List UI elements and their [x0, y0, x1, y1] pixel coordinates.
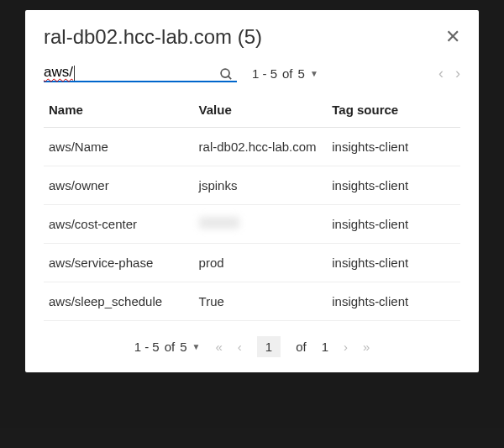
cell-value: prod [194, 244, 328, 282]
close-icon[interactable]: ✕ [445, 28, 460, 46]
col-header-source: Tag source [327, 92, 460, 128]
prev-page-icon[interactable]: ‹ [438, 65, 444, 82]
pagination-bottom: 1 - 5 of 5 ▼ « ‹ 1 of 1 › » [44, 321, 460, 369]
cell-source: insights-client [327, 282, 460, 321]
item-range-bottom[interactable]: 1 - 5 of 5 ▼ [134, 340, 201, 354]
caret-down-icon[interactable]: ▼ [310, 69, 318, 78]
pager-top: ‹ › [438, 65, 460, 82]
cell-name: aws/Name [44, 128, 194, 166]
redacted-value [199, 217, 239, 229]
cell-name: aws/cost-center [44, 205, 194, 244]
search-icon[interactable] [219, 67, 234, 86]
svg-line-1 [228, 76, 232, 80]
cell-source: insights-client [327, 166, 460, 205]
item-range-top[interactable]: 1 - 5 of 5 ▼ [252, 66, 318, 81]
search-field[interactable]: aws/ [44, 64, 237, 82]
cell-source: insights-client [327, 244, 460, 282]
cell-value [194, 205, 328, 244]
modal-title: ral-db02.hcc-lab.com (5) [44, 25, 262, 49]
table-row: aws/service-phaseprodinsights-client [44, 244, 460, 282]
cell-source: insights-client [327, 205, 460, 244]
search-input-text: aws/ [44, 64, 73, 80]
caret-down-icon[interactable]: ▼ [192, 342, 201, 351]
range-text: 1 - 5 [252, 66, 277, 81]
table-row: aws/cost-centerinsights-client [44, 205, 460, 244]
svg-point-0 [221, 69, 229, 77]
page-number[interactable]: 1 [257, 336, 281, 357]
modal-header: ral-db02.hcc-lab.com (5) ✕ [44, 25, 460, 49]
cell-name: aws/sleep_schedule [44, 282, 194, 321]
tags-table: Name Value Tag source aws/Nameral-db02.h… [44, 92, 460, 321]
toolbar: aws/ 1 - 5 of 5 ▼ ‹ › [44, 64, 460, 82]
col-header-value: Value [194, 92, 328, 128]
col-header-name: Name [44, 92, 194, 128]
prev-page-icon[interactable]: ‹ [238, 340, 242, 354]
cell-value: jspinks [194, 166, 328, 205]
table-row: aws/sleep_scheduleTrueinsights-client [44, 282, 460, 321]
table-header-row: Name Value Tag source [44, 92, 460, 128]
next-page-icon[interactable]: › [344, 340, 348, 354]
first-page-icon[interactable]: « [215, 340, 222, 354]
cell-name: aws/owner [44, 166, 194, 205]
cell-value: True [194, 282, 328, 321]
cell-source: insights-client [327, 128, 460, 166]
last-page-icon[interactable]: » [363, 340, 370, 354]
next-page-icon[interactable]: › [455, 65, 460, 82]
table-row: aws/Nameral-db02.hcc-lab.cominsights-cli… [44, 128, 460, 166]
cell-name: aws/service-phase [44, 244, 194, 282]
tags-modal: ral-db02.hcc-lab.com (5) ✕ aws/ 1 - 5 of… [25, 10, 479, 372]
cell-value: ral-db02.hcc-lab.com [194, 128, 328, 166]
table-row: aws/ownerjspinksinsights-client [44, 166, 460, 205]
